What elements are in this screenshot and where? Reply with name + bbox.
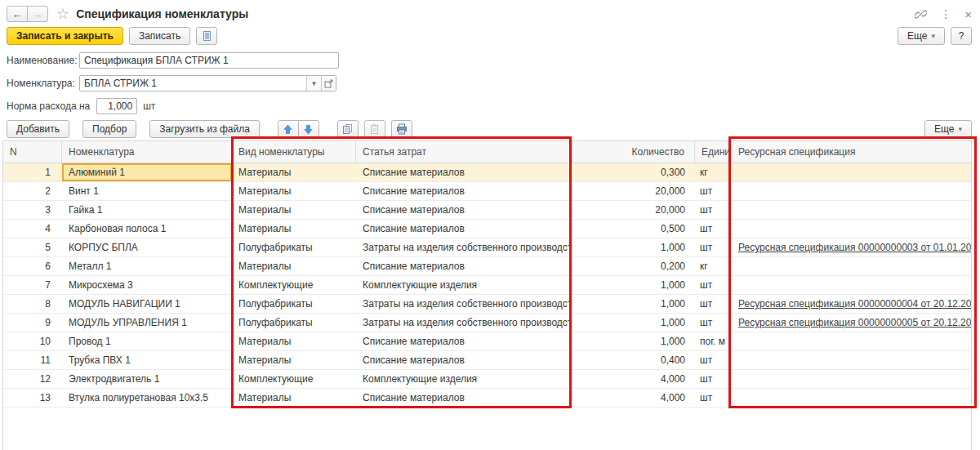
link-icon[interactable] <box>915 8 927 20</box>
table-row[interactable]: 11 Трубка ПВХ 1 Материалы Списание матер… <box>3 351 971 370</box>
nomenclature-cell[interactable]: МОДУЛЬ УПРАВЛЕНИЯ 1 <box>62 314 232 332</box>
cost-item-cell[interactable]: Затраты на изделия собственного производ… <box>356 295 572 313</box>
unit-cell[interactable]: кг <box>695 257 732 275</box>
kind-cell[interactable]: Материалы <box>232 332 356 350</box>
table-row[interactable]: 6 Металл 1 Материалы Списание материалов… <box>3 257 971 276</box>
table-row[interactable]: 10 Провод 1 Материалы Списание материало… <box>3 332 971 351</box>
quantity-cell[interactable]: 0,200 <box>572 257 695 275</box>
nomenclature-cell[interactable]: Карбоновая полоса 1 <box>62 220 232 238</box>
table-row[interactable]: 1 Алюминий 1 Материалы Списание материал… <box>3 163 971 182</box>
nomenclature-cell[interactable]: Гайка 1 <box>62 201 232 219</box>
kind-cell[interactable]: Материалы <box>232 351 356 369</box>
cost-item-cell[interactable]: Затраты на изделия собственного производ… <box>356 314 572 332</box>
table-row[interactable]: 9 МОДУЛЬ УПРАВЛЕНИЯ 1 Полуфабрикаты Затр… <box>3 314 971 332</box>
row-number-cell[interactable]: 9 <box>3 314 62 332</box>
cost-item-cell[interactable]: Списание материалов <box>356 220 572 238</box>
table-row[interactable]: 3 Гайка 1 Материалы Списание материалов … <box>3 201 971 220</box>
table-row[interactable]: 8 МОДУЛЬ НАВИГАЦИИ 1 Полуфабрикаты Затра… <box>3 295 971 314</box>
nomenclature-cell[interactable]: Алюминий 1 <box>62 163 232 181</box>
row-number-cell[interactable]: 4 <box>3 220 62 238</box>
row-number-cell[interactable]: 13 <box>3 389 62 407</box>
cost-item-cell[interactable]: Комплектующие изделия <box>356 370 572 388</box>
move-up-button[interactable] <box>278 120 299 138</box>
unit-cell[interactable]: пог. м <box>695 332 732 350</box>
quantity-cell[interactable]: 0,400 <box>572 351 695 369</box>
row-number-cell[interactable]: 12 <box>3 370 62 388</box>
help-button[interactable]: ? <box>951 27 972 45</box>
cost-item-cell[interactable]: Списание материалов <box>356 257 572 275</box>
unit-cell[interactable]: шт <box>695 182 732 200</box>
nomenclature-cell[interactable]: Винт 1 <box>62 182 232 200</box>
forward-button[interactable]: → <box>27 6 48 22</box>
quantity-cell[interactable]: 0,500 <box>572 220 695 238</box>
row-number-cell[interactable]: 1 <box>3 163 62 181</box>
save-button[interactable]: Записать <box>129 27 190 45</box>
table-row[interactable]: 7 Микросхема 3 Комплектующие Комплектующ… <box>3 276 971 295</box>
window-menu-icon[interactable]: ⋮ <box>940 7 951 20</box>
nomenclature-cell[interactable]: Микросхема 3 <box>62 276 232 294</box>
nomenclature-cell[interactable]: КОРПУС БПЛА <box>62 238 232 256</box>
nomenclature-cell[interactable]: Металл 1 <box>62 257 232 275</box>
print-button[interactable] <box>391 120 412 138</box>
resource-spec-link[interactable]: Ресурсная спецификация 00000000003 от 01… <box>738 242 971 253</box>
nomenclature-cell[interactable]: Трубка ПВХ 1 <box>62 351 232 369</box>
unit-cell[interactable]: шт <box>695 370 732 388</box>
kind-cell[interactable]: Материалы <box>232 201 356 219</box>
kind-cell[interactable]: Полуфабрикаты <box>232 314 356 332</box>
unit-cell[interactable]: шт <box>695 276 732 294</box>
load-from-file-button[interactable]: Загрузить из файла <box>149 120 260 138</box>
copy-button[interactable] <box>337 120 359 138</box>
kind-cell[interactable]: Материалы <box>232 257 356 275</box>
quantity-cell[interactable]: 4,000 <box>572 370 695 388</box>
resource-spec-link[interactable]: Ресурсная спецификация 00000000005 от 20… <box>738 317 971 328</box>
quantity-cell[interactable]: 4,000 <box>572 389 695 407</box>
unit-cell[interactable]: шт <box>695 238 732 256</box>
move-down-button[interactable] <box>298 120 319 138</box>
row-number-cell[interactable]: 6 <box>3 257 62 275</box>
name-input[interactable] <box>79 52 339 69</box>
quantity-cell[interactable]: 20,000 <box>572 182 695 200</box>
unit-cell[interactable]: шт <box>695 201 732 219</box>
kind-cell[interactable]: Материалы <box>232 163 356 181</box>
row-number-cell[interactable]: 8 <box>3 295 62 313</box>
add-row-button[interactable]: Добавить <box>7 120 69 138</box>
table-row[interactable]: 5 КОРПУС БПЛА Полуфабрикаты Затраты на и… <box>3 238 971 257</box>
nomenclature-dropdown-button[interactable]: ▾ <box>306 76 321 91</box>
row-number-cell[interactable]: 2 <box>3 182 62 200</box>
cost-item-cell[interactable]: Комплектующие изделия <box>356 276 572 294</box>
cost-item-cell[interactable]: Списание материалов <box>356 332 572 350</box>
kind-cell[interactable]: Материалы <box>232 182 356 200</box>
kind-cell[interactable]: Комплектующие <box>232 276 356 294</box>
unit-cell[interactable]: шт <box>695 351 732 369</box>
close-icon[interactable]: × <box>964 7 972 21</box>
table-row[interactable]: 4 Карбоновая полоса 1 Материалы Списание… <box>3 220 971 238</box>
kind-cell[interactable]: Полуфабрикаты <box>232 238 356 256</box>
quantity-cell[interactable]: 1,000 <box>572 332 695 350</box>
nomenclature-cell[interactable]: Электродвигатель 1 <box>62 370 232 388</box>
col-header-cost-item[interactable]: Статья затрат <box>356 141 572 163</box>
quantity-cell[interactable]: 20,000 <box>572 201 695 219</box>
unit-cell[interactable]: шт <box>695 220 732 238</box>
form-more-button[interactable]: Еще ▾ <box>898 27 945 45</box>
quantity-cell[interactable]: 1,000 <box>572 314 695 332</box>
unit-cell[interactable]: шт <box>695 295 732 313</box>
back-button[interactable]: ← <box>7 6 28 22</box>
col-header-quantity[interactable]: Количество <box>572 141 695 163</box>
cost-item-cell[interactable]: Списание материалов <box>356 389 572 407</box>
table-more-button[interactable]: Еще ▾ <box>924 120 972 138</box>
cost-item-cell[interactable]: Списание материалов <box>356 182 572 200</box>
resource-spec-link[interactable]: Ресурсная спецификация 00000000004 от 20… <box>738 298 971 310</box>
cost-item-cell[interactable]: Затраты на изделия собственного производ… <box>356 238 572 256</box>
paste-button[interactable] <box>364 120 385 138</box>
quantity-cell[interactable]: 1,000 <box>572 295 695 313</box>
kind-cell[interactable]: Комплектующие <box>232 370 356 388</box>
cost-item-cell[interactable]: Списание материалов <box>356 163 572 181</box>
unit-cell[interactable]: кг <box>695 163 732 181</box>
row-number-cell[interactable]: 5 <box>3 238 62 256</box>
quantity-cell[interactable]: 1,000 <box>572 238 695 256</box>
kind-cell[interactable]: Полуфабрикаты <box>232 295 356 313</box>
kind-cell[interactable]: Материалы <box>232 220 356 238</box>
nomenclature-cell[interactable]: Провод 1 <box>62 332 232 350</box>
row-number-cell[interactable]: 10 <box>3 332 62 350</box>
quantity-cell[interactable]: 0,300 <box>572 163 695 181</box>
